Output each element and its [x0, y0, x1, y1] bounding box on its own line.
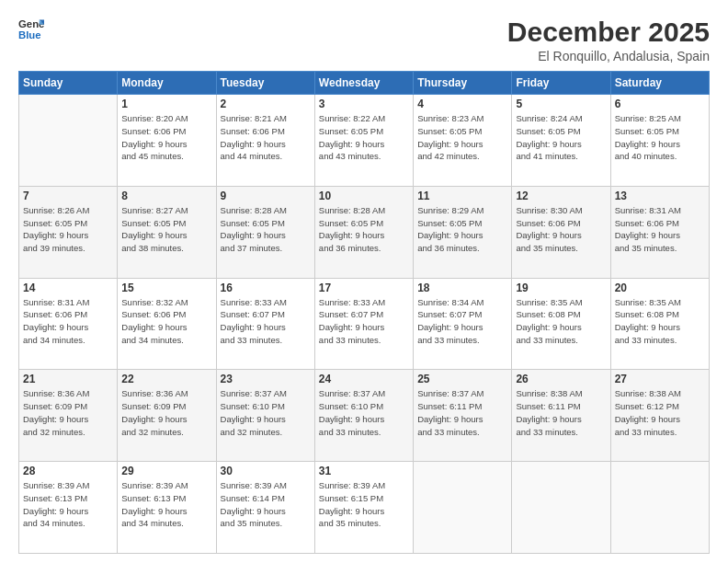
day-number: 31	[319, 465, 409, 477]
day-info: Sunrise: 8:39 AM Sunset: 6:15 PM Dayligh…	[319, 479, 409, 530]
title-block: December 2025 El Ronquillo, Andalusia, S…	[507, 17, 710, 63]
calendar-cell: 11Sunrise: 8:29 AM Sunset: 6:05 PM Dayli…	[414, 186, 512, 278]
calendar-table: SundayMondayTuesdayWednesdayThursdayFrid…	[18, 71, 710, 554]
calendar-cell: 31Sunrise: 8:39 AM Sunset: 6:15 PM Dayli…	[314, 462, 413, 554]
day-number: 1	[121, 98, 211, 110]
day-info: Sunrise: 8:20 AM Sunset: 6:06 PM Dayligh…	[121, 112, 211, 163]
main-title: December 2025	[507, 17, 710, 47]
day-info: Sunrise: 8:28 AM Sunset: 6:05 PM Dayligh…	[221, 204, 311, 255]
day-info: Sunrise: 8:23 AM Sunset: 6:05 PM Dayligh…	[417, 112, 507, 163]
day-number: 30	[221, 465, 311, 477]
day-info: Sunrise: 8:29 AM Sunset: 6:05 PM Dayligh…	[417, 204, 507, 255]
calendar-cell: 9Sunrise: 8:28 AM Sunset: 6:05 PM Daylig…	[216, 186, 314, 278]
day-number: 2	[221, 98, 311, 110]
day-number: 7	[23, 190, 113, 202]
calendar-cell	[414, 462, 512, 554]
day-number: 24	[319, 373, 409, 385]
calendar-cell: 24Sunrise: 8:37 AM Sunset: 6:10 PM Dayli…	[314, 370, 413, 462]
day-info: Sunrise: 8:35 AM Sunset: 6:08 PM Dayligh…	[516, 296, 606, 347]
day-number: 17	[319, 282, 409, 294]
calendar-cell: 22Sunrise: 8:36 AM Sunset: 6:09 PM Dayli…	[118, 370, 216, 462]
day-info: Sunrise: 8:26 AM Sunset: 6:05 PM Dayligh…	[23, 204, 113, 255]
calendar-cell: 10Sunrise: 8:28 AM Sunset: 6:05 PM Dayli…	[314, 186, 413, 278]
day-info: Sunrise: 8:37 AM Sunset: 6:10 PM Dayligh…	[319, 387, 409, 438]
calendar-cell: 29Sunrise: 8:39 AM Sunset: 6:13 PM Dayli…	[118, 462, 216, 554]
logo: General Blue	[18, 17, 44, 42]
day-info: Sunrise: 8:33 AM Sunset: 6:07 PM Dayligh…	[221, 296, 311, 347]
calendar-cell: 4Sunrise: 8:23 AM Sunset: 6:05 PM Daylig…	[414, 95, 512, 187]
calendar-cell: 5Sunrise: 8:24 AM Sunset: 6:05 PM Daylig…	[512, 95, 610, 187]
day-number: 5	[516, 98, 606, 110]
calendar-cell: 13Sunrise: 8:31 AM Sunset: 6:06 PM Dayli…	[610, 186, 709, 278]
day-info: Sunrise: 8:24 AM Sunset: 6:05 PM Dayligh…	[516, 112, 606, 163]
weekday-header: Saturday	[610, 72, 709, 95]
calendar-cell: 26Sunrise: 8:38 AM Sunset: 6:11 PM Dayli…	[512, 370, 610, 462]
day-info: Sunrise: 8:25 AM Sunset: 6:05 PM Dayligh…	[615, 112, 705, 163]
calendar-cell: 12Sunrise: 8:30 AM Sunset: 6:06 PM Dayli…	[512, 186, 610, 278]
logo-icon: General Blue	[18, 17, 44, 42]
calendar-cell: 14Sunrise: 8:31 AM Sunset: 6:06 PM Dayli…	[19, 278, 118, 370]
day-info: Sunrise: 8:27 AM Sunset: 6:05 PM Dayligh…	[121, 204, 211, 255]
day-number: 12	[516, 190, 606, 202]
day-info: Sunrise: 8:38 AM Sunset: 6:12 PM Dayligh…	[615, 387, 705, 438]
day-info: Sunrise: 8:28 AM Sunset: 6:05 PM Dayligh…	[319, 204, 409, 255]
calendar-cell: 23Sunrise: 8:37 AM Sunset: 6:10 PM Dayli…	[216, 370, 314, 462]
day-info: Sunrise: 8:31 AM Sunset: 6:06 PM Dayligh…	[23, 296, 113, 347]
day-number: 27	[615, 373, 705, 385]
day-info: Sunrise: 8:36 AM Sunset: 6:09 PM Dayligh…	[23, 387, 113, 438]
weekday-header: Friday	[512, 72, 610, 95]
day-number: 11	[417, 190, 507, 202]
weekday-header: Thursday	[414, 72, 512, 95]
calendar-cell: 21Sunrise: 8:36 AM Sunset: 6:09 PM Dayli…	[19, 370, 118, 462]
calendar-cell: 1Sunrise: 8:20 AM Sunset: 6:06 PM Daylig…	[118, 95, 216, 187]
day-number: 26	[516, 373, 606, 385]
day-number: 21	[23, 373, 113, 385]
day-info: Sunrise: 8:32 AM Sunset: 6:06 PM Dayligh…	[121, 296, 211, 347]
svg-text:Blue: Blue	[18, 29, 41, 40]
calendar-cell: 25Sunrise: 8:37 AM Sunset: 6:11 PM Dayli…	[414, 370, 512, 462]
calendar-cell: 17Sunrise: 8:33 AM Sunset: 6:07 PM Dayli…	[314, 278, 413, 370]
calendar-cell: 18Sunrise: 8:34 AM Sunset: 6:07 PM Dayli…	[414, 278, 512, 370]
calendar-cell: 2Sunrise: 8:21 AM Sunset: 6:06 PM Daylig…	[216, 95, 314, 187]
weekday-header: Monday	[118, 72, 216, 95]
calendar-cell: 16Sunrise: 8:33 AM Sunset: 6:07 PM Dayli…	[216, 278, 314, 370]
weekday-header: Wednesday	[314, 72, 413, 95]
day-info: Sunrise: 8:35 AM Sunset: 6:08 PM Dayligh…	[615, 296, 705, 347]
day-info: Sunrise: 8:36 AM Sunset: 6:09 PM Dayligh…	[121, 387, 211, 438]
day-number: 13	[615, 190, 705, 202]
day-number: 22	[121, 373, 211, 385]
day-number: 23	[221, 373, 311, 385]
day-info: Sunrise: 8:22 AM Sunset: 6:05 PM Dayligh…	[319, 112, 409, 163]
day-number: 9	[221, 190, 311, 202]
calendar-cell: 8Sunrise: 8:27 AM Sunset: 6:05 PM Daylig…	[118, 186, 216, 278]
calendar-cell	[512, 462, 610, 554]
day-info: Sunrise: 8:39 AM Sunset: 6:13 PM Dayligh…	[23, 479, 113, 530]
day-number: 8	[121, 190, 211, 202]
day-info: Sunrise: 8:30 AM Sunset: 6:06 PM Dayligh…	[516, 204, 606, 255]
day-number: 29	[121, 465, 211, 477]
calendar-cell	[19, 95, 118, 187]
day-number: 14	[23, 282, 113, 294]
calendar-cell: 19Sunrise: 8:35 AM Sunset: 6:08 PM Dayli…	[512, 278, 610, 370]
day-number: 18	[417, 282, 507, 294]
day-info: Sunrise: 8:39 AM Sunset: 6:14 PM Dayligh…	[221, 479, 311, 530]
day-number: 28	[23, 465, 113, 477]
day-info: Sunrise: 8:34 AM Sunset: 6:07 PM Dayligh…	[417, 296, 507, 347]
day-number: 6	[615, 98, 705, 110]
day-info: Sunrise: 8:31 AM Sunset: 6:06 PM Dayligh…	[615, 204, 705, 255]
page: General Blue December 2025 El Ronquillo,…	[0, 0, 728, 563]
calendar-cell: 27Sunrise: 8:38 AM Sunset: 6:12 PM Dayli…	[610, 370, 709, 462]
subtitle: El Ronquillo, Andalusia, Spain	[507, 49, 710, 63]
day-number: 19	[516, 282, 606, 294]
day-number: 4	[417, 98, 507, 110]
day-info: Sunrise: 8:37 AM Sunset: 6:10 PM Dayligh…	[221, 387, 311, 438]
calendar-cell: 20Sunrise: 8:35 AM Sunset: 6:08 PM Dayli…	[610, 278, 709, 370]
weekday-header: Tuesday	[216, 72, 314, 95]
calendar-cell: 28Sunrise: 8:39 AM Sunset: 6:13 PM Dayli…	[19, 462, 118, 554]
weekday-header: Sunday	[19, 72, 118, 95]
calendar-cell	[610, 462, 709, 554]
day-number: 20	[615, 282, 705, 294]
calendar-cell: 15Sunrise: 8:32 AM Sunset: 6:06 PM Dayli…	[118, 278, 216, 370]
calendar-cell: 6Sunrise: 8:25 AM Sunset: 6:05 PM Daylig…	[610, 95, 709, 187]
day-number: 15	[121, 282, 211, 294]
